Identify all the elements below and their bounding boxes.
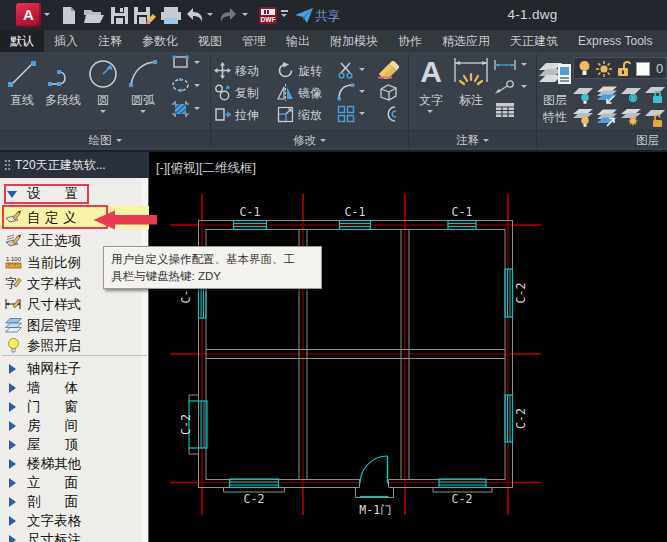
ellipse-icon[interactable] (172, 78, 189, 92)
array-icon[interactable] (337, 105, 355, 123)
fillet-icon[interactable] (337, 83, 355, 101)
panel-layers-footer[interactable]: 图层 (537, 130, 667, 148)
tab-collaborate[interactable]: 协作 (388, 30, 432, 52)
layer-combo[interactable]: 0 (573, 57, 667, 79)
layer-freeze-icon[interactable] (620, 85, 642, 104)
stretch-button[interactable]: 拉伸 (235, 107, 267, 124)
mirror-icon[interactable] (277, 84, 294, 101)
tab-annotate[interactable]: 注释 (88, 30, 132, 52)
array-caret-icon[interactable] (359, 112, 365, 118)
layer-isolate-icon[interactable] (596, 85, 618, 104)
redo-caret-icon[interactable] (242, 13, 248, 19)
hatch-icon[interactable] (172, 101, 189, 117)
layer-unisolate-icon[interactable] (596, 108, 618, 127)
plot-icon[interactable] (160, 6, 182, 25)
circle-icon[interactable] (87, 58, 119, 90)
stretch-icon[interactable] (214, 106, 231, 123)
polyline-button[interactable]: 多段线 (41, 92, 85, 109)
text-button[interactable]: 文字 (413, 92, 449, 109)
offset-icon[interactable] (379, 105, 398, 123)
tab-insert[interactable]: 插入 (44, 30, 88, 52)
arc-icon[interactable] (127, 58, 159, 90)
drawing-canvas[interactable]: [-][俯视][二维线框] C-1C-1C-1C-2C-2C-2C-2C-2C-… (149, 152, 667, 542)
circle-button[interactable]: 圆 (85, 92, 121, 109)
text-icon[interactable]: A (417, 54, 445, 90)
dwf-icon[interactable]: DWF (258, 6, 278, 25)
explode-icon[interactable] (379, 83, 398, 101)
copy-button[interactable]: 复制 (235, 85, 267, 102)
dimension-icon[interactable] (453, 56, 489, 88)
leader-icon[interactable] (494, 80, 516, 94)
dimension-button[interactable]: 标注 (453, 92, 489, 109)
menu-group-axis-column[interactable]: 轴网柱子 (0, 359, 149, 378)
menu-group-elevation[interactable]: 立面 (0, 473, 149, 492)
menu-group-dimension[interactable]: 尺寸标注 (0, 530, 149, 542)
dwf-menu-icon[interactable] (281, 10, 288, 12)
panel-grip-icon[interactable] (4, 159, 11, 172)
arc-button[interactable]: 圆弧 (125, 92, 161, 109)
share-button[interactable]: 共享 (315, 8, 340, 25)
scale-button[interactable]: 缩放 (298, 107, 330, 124)
tab-express-tools[interactable]: Express Tools (568, 30, 662, 52)
menu-group-roof[interactable]: 屋顶 (0, 435, 149, 454)
dwf-caret-icon[interactable] (281, 14, 287, 20)
ellipse-caret-icon[interactable] (194, 84, 200, 90)
tab-parametric[interactable]: 参数化 (132, 30, 188, 52)
viewport-controls[interactable]: [-][俯视][二维线框] (156, 160, 256, 177)
move-button[interactable]: 移动 (235, 63, 267, 80)
text-caret-icon[interactable] (427, 110, 433, 116)
menu-group-wall[interactable]: 墙体 (0, 378, 149, 397)
layer-lock-icon[interactable] (644, 85, 666, 104)
tab-view[interactable]: 视图 (188, 30, 232, 52)
menu-group-section[interactable]: 剖面 (0, 492, 149, 511)
save-as-icon[interactable] (133, 6, 157, 25)
trim-icon[interactable] (337, 61, 355, 79)
menu-group-room[interactable]: 房间 (0, 416, 149, 435)
layer-unlock-small-icon[interactable] (644, 108, 666, 127)
autocad-logo[interactable]: A (16, 3, 41, 27)
menu-item-layer-manage[interactable]: 图层管理 (0, 316, 149, 335)
tianzheng-panel-header[interactable]: T20天正建筑软... (0, 152, 149, 178)
undo-icon[interactable] (184, 6, 205, 25)
rotate-icon[interactable] (277, 62, 294, 79)
fillet-caret-icon[interactable] (359, 90, 365, 96)
tab-featured-apps[interactable]: 精选应用 (432, 30, 500, 52)
arc-caret-icon[interactable] (140, 110, 146, 116)
panel-modify-footer[interactable]: 修改 (211, 130, 408, 148)
tab-tianzheng[interactable]: 天正建筑 (500, 30, 568, 52)
rectangle-icon[interactable] (172, 55, 189, 69)
scale-icon[interactable] (277, 106, 294, 123)
open-folder-icon[interactable] (83, 6, 105, 25)
layer-off-icon[interactable] (572, 85, 594, 104)
app-menu-caret-icon[interactable] (44, 13, 50, 19)
layer-properties-button[interactable]: 图层 特性 (537, 92, 573, 126)
layer-on-icon[interactable] (572, 108, 594, 127)
circle-caret-icon[interactable] (100, 110, 106, 116)
line-icon[interactable] (6, 58, 38, 90)
tab-default[interactable]: 默认 (0, 30, 44, 52)
rotate-button[interactable]: 旋转 (298, 63, 330, 80)
hatch-caret-icon[interactable] (194, 107, 200, 113)
polyline-icon[interactable] (47, 58, 79, 90)
menu-item-xref-on[interactable]: 参照开启 (0, 336, 149, 355)
mirror-button[interactable]: 镜像 (298, 85, 330, 102)
rectangle-caret-icon[interactable] (194, 61, 200, 67)
line-button[interactable]: 直线 (2, 92, 42, 109)
copy-icon[interactable] (214, 84, 231, 101)
share-icon[interactable] (294, 6, 314, 25)
linear-dim-icon[interactable] (494, 59, 516, 71)
trim-caret-icon[interactable] (359, 68, 365, 74)
menu-group-text-table[interactable]: 文字表格 (0, 511, 149, 530)
save-icon[interactable] (110, 6, 129, 25)
linear-dim-caret-icon[interactable] (521, 63, 527, 69)
new-file-icon[interactable] (59, 6, 78, 25)
redo-icon[interactable] (218, 6, 239, 25)
menu-group-door-window[interactable]: 门窗 (0, 397, 149, 416)
leader-caret-icon[interactable] (521, 85, 527, 91)
erase-icon[interactable] (377, 61, 399, 79)
tab-addins[interactable]: 附加模块 (320, 30, 388, 52)
menu-group-stairs-other[interactable]: 楼梯其他 (0, 454, 149, 473)
layer-thaw-icon[interactable] (620, 108, 642, 127)
panel-draw-footer[interactable]: 绘图 (0, 130, 210, 148)
panel-annotate-footer[interactable]: 注释 (409, 130, 536, 148)
